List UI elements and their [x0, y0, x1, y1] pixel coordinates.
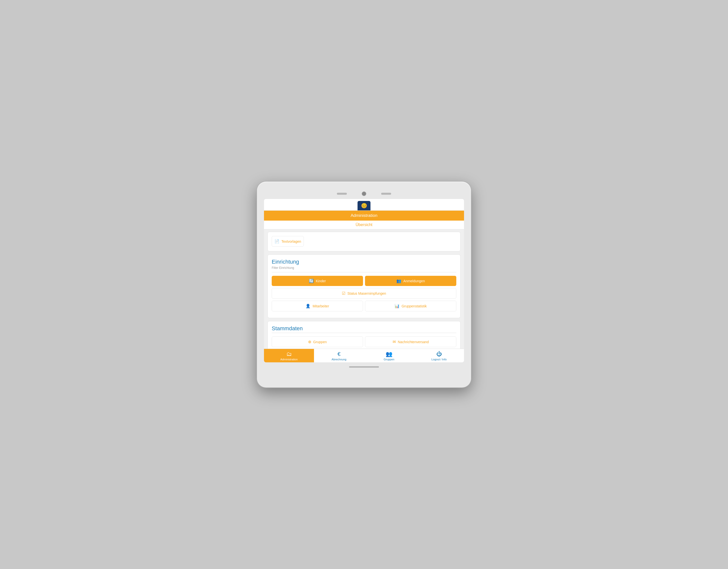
nachrichtenversand-label: Nachrichtenversand: [398, 340, 429, 344]
einrichtung-title: Einrichtung: [272, 259, 456, 265]
app-logo: 😊: [358, 201, 370, 211]
stammdaten-row-1: ⊕ Gruppen ✉ Nachrichtenversand: [272, 336, 456, 347]
mitarbeiter-label: Mitarbeiter: [312, 304, 329, 308]
logo-strip: 😊: [264, 199, 464, 211]
groups-icon: ⊕: [308, 339, 311, 344]
kinder-button[interactable]: 🔄 Kinder: [272, 276, 363, 286]
tab-logout[interactable]: ⏻ Logout / Info: [414, 349, 464, 362]
einrichtung-section: Einrichtung Filter Einrichtung 🔄 Kinder …: [267, 255, 461, 318]
einrichtung-row-1: 🔄 Kinder 👥 Anmeldungen: [272, 276, 456, 286]
logo-smiley-icon: 😊: [361, 203, 367, 209]
checklist-icon: ☑: [342, 291, 345, 296]
anmeldungen-button[interactable]: 👥 Anmeldungen: [365, 276, 456, 286]
person-icon: 👤: [306, 303, 311, 308]
gruppen-label: Gruppen: [313, 340, 327, 344]
nav-tabs: Übersicht: [264, 221, 464, 229]
tab-logout-label: Logout / Info: [431, 358, 447, 361]
app-header: Administration: [264, 211, 464, 221]
kinder-label: Kinder: [316, 279, 326, 283]
anmeldungen-label: Anmeldungen: [403, 279, 425, 283]
masernimpfungen-label: Status Masernimpfungen: [347, 291, 386, 295]
tab-ubersicht[interactable]: Übersicht: [268, 223, 460, 227]
tab-logout-icon: ⏻: [436, 351, 442, 357]
device-bottom-area: [264, 366, 464, 367]
anmeldungen-icon: 👥: [396, 279, 401, 283]
app-header-title: Administration: [351, 213, 377, 218]
textvorlagen-button[interactable]: 📄 Textvorlagen: [272, 236, 304, 247]
stammdaten-divider: [272, 333, 456, 333]
einrichtung-filter: Filter Einrichtung: [272, 266, 456, 270]
device: 😊 Administration Übersicht 📄 Textvorlage…: [257, 182, 471, 387]
tab-administration-icon: 🗂: [286, 351, 292, 357]
gruppen-button[interactable]: ⊕ Gruppen: [272, 336, 363, 347]
textvorlagen-card: 📄 Textvorlagen: [267, 232, 461, 252]
textvorlagen-label: Textvorlagen: [281, 240, 301, 244]
tab-administration-label: Administration: [280, 358, 298, 361]
mail-icon: ✉: [393, 339, 396, 344]
tab-gruppen-icon: 👥: [386, 351, 392, 357]
camera-icon: [362, 192, 366, 196]
kinder-icon: 🔄: [309, 279, 314, 283]
device-top-bar: [264, 192, 464, 196]
gruppenstatistik-label: Gruppenstatistik: [402, 304, 427, 308]
einrichtung-row-2: ☑ Status Masernimpfungen: [272, 288, 456, 299]
bottom-tab-bar: 🗂 Administration € Abrechnung 👥 Gruppen …: [264, 349, 464, 362]
stammdaten-title: Stammdaten: [272, 325, 456, 332]
tab-abrechnung[interactable]: € Abrechnung: [314, 349, 364, 362]
tab-administration[interactable]: 🗂 Administration: [264, 349, 314, 362]
main-content: 📄 Textvorlagen Einrichtung Filter Einric…: [264, 229, 464, 349]
chart-icon: 📊: [395, 303, 400, 308]
device-screen: 😊 Administration Übersicht 📄 Textvorlage…: [264, 199, 464, 362]
tab-gruppen[interactable]: 👥 Gruppen: [364, 349, 414, 362]
masernimpfungen-button[interactable]: ☑ Status Masernimpfungen: [272, 288, 456, 299]
tab-gruppen-label: Gruppen: [384, 358, 394, 361]
speaker-right-icon: [381, 193, 391, 195]
speaker-left-icon: [337, 193, 347, 195]
stammdaten-section: Stammdaten ⊕ Gruppen ✉ Nachrichtenversan…: [267, 321, 461, 349]
tab-abrechnung-icon: €: [337, 351, 340, 357]
gruppenstatistik-button[interactable]: 📊 Gruppenstatistik: [365, 301, 456, 311]
tab-abrechnung-label: Abrechnung: [332, 358, 346, 361]
document-icon: 📄: [274, 239, 279, 244]
nachrichtenversand-button[interactable]: ✉ Nachrichtenversand: [365, 336, 456, 347]
home-indicator: [349, 366, 379, 367]
einrichtung-row-3: 👤 Mitarbeiter 📊 Gruppenstatistik: [272, 301, 456, 311]
mitarbeiter-button[interactable]: 👤 Mitarbeiter: [272, 301, 363, 311]
